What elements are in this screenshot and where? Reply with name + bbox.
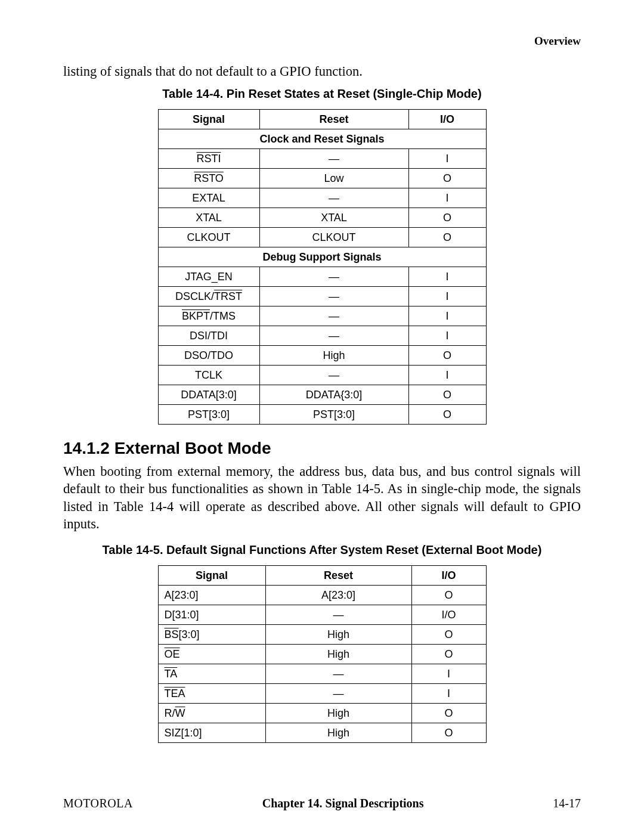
cell-signal: TA <box>158 664 265 684</box>
cell-reset: XTAL <box>259 208 408 228</box>
cell-signal: XTAL <box>158 208 259 228</box>
cell-reset: — <box>259 287 408 306</box>
table-row: R/WHighO <box>158 704 486 723</box>
table-row: DSI/TDI—I <box>158 326 486 346</box>
cell-io: I/O <box>411 605 486 625</box>
col-header-io: I/O <box>408 110 486 129</box>
cell-signal: EXTAL <box>158 188 259 208</box>
cell-io: O <box>408 405 486 425</box>
running-header: Overview <box>63 35 581 48</box>
cell-io: O <box>411 586 486 605</box>
cell-reset: High <box>265 723 411 743</box>
section-heading: 14.1.2 External Boot Mode <box>63 439 581 458</box>
cell-io: I <box>408 366 486 385</box>
cell-io: I <box>408 188 486 208</box>
cell-reset: High <box>265 645 411 664</box>
cell-reset: High <box>265 625 411 645</box>
cell-reset: CLKOUT <box>259 228 408 247</box>
cell-signal: DSCLK/TRST <box>158 287 259 306</box>
cell-signal: DSI/TDI <box>158 326 259 346</box>
page-footer: MOTOROLA Chapter 14. Signal Descriptions… <box>63 797 581 810</box>
table-row: DDATA[3:0]DDATA{3:0]O <box>158 385 486 405</box>
table-row: DSO/TDOHighO <box>158 346 486 366</box>
cell-reset: PST[3:0] <box>259 405 408 425</box>
cell-signal: D[31:0] <box>158 605 265 625</box>
table-row: CLKOUTCLKOUTO <box>158 228 486 247</box>
cell-signal: DSO/TDO <box>158 346 259 366</box>
table-14-5: Signal Reset I/O A[23:0]A[23:0]OD[31:0]—… <box>158 565 487 743</box>
cell-signal: TEA <box>158 684 265 704</box>
cell-io: O <box>408 169 486 188</box>
cell-reset: — <box>265 684 411 704</box>
section-paragraph: When booting from external memory, the a… <box>63 463 581 532</box>
cell-reset: — <box>265 664 411 684</box>
cell-signal: PST[3:0] <box>158 405 259 425</box>
footer-brand: MOTOROLA <box>63 797 133 810</box>
cell-reset: — <box>259 366 408 385</box>
cell-signal: A[23:0] <box>158 586 265 605</box>
table-row: EXTAL—I <box>158 188 486 208</box>
col-header-reset: Reset <box>265 566 411 586</box>
cell-signal: RSTO <box>158 169 259 188</box>
cell-reset: — <box>259 149 408 169</box>
table-row: A[23:0]A[23:0]O <box>158 586 486 605</box>
cell-io: I <box>411 664 486 684</box>
cell-signal: JTAG_EN <box>158 267 259 287</box>
table-14-5-title: Table 14-5. Default Signal Functions Aft… <box>63 542 581 558</box>
cell-io: I <box>411 684 486 704</box>
table-row: DSCLK/TRST—I <box>158 287 486 306</box>
cell-reset: — <box>265 605 411 625</box>
table-row: JTAG_EN—I <box>158 267 486 287</box>
table-14-4: Signal Reset I/O Clock and Reset Signals… <box>158 109 487 425</box>
table-row: BS[3:0]HighO <box>158 625 486 645</box>
cell-reset: — <box>259 326 408 346</box>
col-header-io: I/O <box>411 566 486 586</box>
cell-signal: SIZ[1:0] <box>158 723 265 743</box>
table-row: D[31:0]—I/O <box>158 605 486 625</box>
table-row: OEHighO <box>158 645 486 664</box>
cell-io: I <box>408 267 486 287</box>
table-row: RSTI—I <box>158 149 486 169</box>
cell-reset: A[23:0] <box>265 586 411 605</box>
table-header-row: Signal Reset I/O <box>158 566 486 586</box>
footer-page-number: 14-17 <box>553 797 581 810</box>
col-header-reset: Reset <box>259 110 408 129</box>
cell-io: O <box>411 625 486 645</box>
table-row: TEA—I <box>158 684 486 704</box>
footer-chapter: Chapter 14. Signal Descriptions <box>262 797 424 810</box>
cell-io: O <box>411 704 486 723</box>
cell-io: I <box>408 306 486 326</box>
table-section-row: Debug Support Signals <box>158 247 486 267</box>
table-header-row: Signal Reset I/O <box>158 110 486 129</box>
table-section-row: Clock and Reset Signals <box>158 129 486 149</box>
cell-signal: OE <box>158 645 265 664</box>
cell-signal: BS[3:0] <box>158 625 265 645</box>
cell-reset: High <box>265 704 411 723</box>
cell-io: I <box>408 326 486 346</box>
table-row: BKPT/TMS—I <box>158 306 486 326</box>
cell-signal: DDATA[3:0] <box>158 385 259 405</box>
cell-io: I <box>408 149 486 169</box>
cell-io: O <box>408 385 486 405</box>
table-section-label: Debug Support Signals <box>158 247 486 267</box>
table-row: TA—I <box>158 664 486 684</box>
table-row: TCLK—I <box>158 366 486 385</box>
cell-signal: R/W <box>158 704 265 723</box>
table-section-label: Clock and Reset Signals <box>158 129 486 149</box>
cell-reset: — <box>259 306 408 326</box>
cell-io: O <box>408 228 486 247</box>
cell-reset: High <box>259 346 408 366</box>
col-header-signal: Signal <box>158 566 265 586</box>
cell-signal: RSTI <box>158 149 259 169</box>
cell-reset: — <box>259 267 408 287</box>
cell-reset: DDATA{3:0] <box>259 385 408 405</box>
cell-signal: CLKOUT <box>158 228 259 247</box>
intro-paragraph: listing of signals that do not default t… <box>63 63 581 80</box>
cell-reset: Low <box>259 169 408 188</box>
cell-reset: — <box>259 188 408 208</box>
cell-io: I <box>408 287 486 306</box>
table-row: PST[3:0]PST[3:0]O <box>158 405 486 425</box>
cell-io: O <box>408 208 486 228</box>
col-header-signal: Signal <box>158 110 259 129</box>
cell-io: O <box>411 723 486 743</box>
